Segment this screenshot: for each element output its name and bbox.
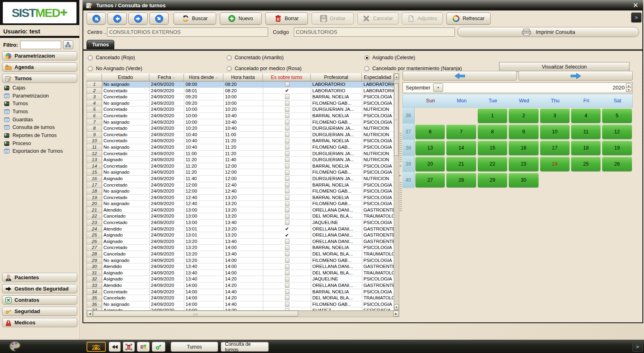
cell-es-sobre-turno[interactable]: [263, 94, 311, 100]
cell-es-sobre-turno[interactable]: [263, 295, 311, 301]
scroll-right-icon[interactable]: ▶: [393, 311, 399, 317]
calendar-day[interactable]: 9: [509, 125, 538, 139]
adjuntos-button[interactable]: Adjuntos: [402, 12, 443, 25]
tab-turnos[interactable]: Turnos: [87, 40, 114, 49]
month-dropdown-button[interactable]: ▼: [433, 83, 443, 92]
cell-es-sobre-turno[interactable]: [263, 220, 311, 226]
splitter-handle[interactable]: [400, 182, 402, 211]
cell-es-sobre-turno[interactable]: ✔: [263, 88, 311, 94]
cell-es-sobre-turno[interactable]: [263, 264, 311, 270]
calendar-day[interactable]: 15: [478, 141, 507, 155]
calendar-day[interactable]: 25: [571, 157, 601, 171]
table-row[interactable]: 1No asignado24/09/202008:0008:20LABORATO…: [87, 81, 394, 88]
sidebar-item-contratos[interactable]: Contratos: [2, 295, 77, 305]
table-row[interactable]: 21Atendido24/09/202013:0013:20ORELLANA D…: [87, 207, 394, 214]
calendar-prev-button[interactable]: [402, 71, 517, 81]
calendar-day[interactable]: 20: [415, 157, 445, 171]
table-row[interactable]: 29No asignado24/09/202013:2014:00FILOMEN…: [87, 257, 394, 264]
bottom-panel-toggle-button[interactable]: >: [632, 342, 643, 352]
table-row[interactable]: 37Asignado24/09/202014:0014:20SUAREZ...E…: [87, 307, 394, 310]
cell-es-sobre-turno[interactable]: [263, 289, 311, 295]
sidebar-item-exportacion-de-turnos[interactable]: Exportacion de Turnos: [2, 147, 79, 156]
calendar-day[interactable]: 13: [415, 141, 445, 155]
sidebar-item-medicos[interactable]: Medicos: [2, 318, 77, 327]
scroll-down-icon[interactable]: ▼: [394, 304, 399, 310]
cell-es-sobre-turno[interactable]: [263, 301, 311, 308]
calendar-day[interactable]: 12: [602, 125, 632, 139]
table-vertical-scrollbar[interactable]: ▲ ≡ ▼: [394, 73, 399, 310]
cancelar-button[interactable]: Cancelar: [357, 12, 398, 25]
filter-radio-no-asignado-verde[interactable]: No Asignado (Verde): [88, 65, 142, 72]
security-button[interactable]: [152, 342, 165, 352]
table-row[interactable]: 6Concretado24/09/202010:0010:40BARRAL NO…: [87, 113, 394, 119]
table-row[interactable]: 20No asignado24/09/202012:4013:20FILOMEN…: [87, 201, 394, 207]
sidebar-item-agenda[interactable]: Agenda: [2, 62, 77, 72]
table-row[interactable]: 25Asignado24/09/202013:0113:20✔ORELLANA …: [87, 232, 394, 239]
cell-es-sobre-turno[interactable]: [263, 182, 311, 189]
splitter-collapse-icon[interactable]: ◂: [399, 164, 401, 168]
calendar-day[interactable]: 2: [509, 108, 538, 123]
table-row[interactable]: 27Concretado24/09/202013:2014:00BARRAL N…: [87, 245, 394, 251]
calendar-day[interactable]: 7: [446, 125, 476, 139]
refrescar-button[interactable]: Refrescar: [446, 12, 491, 25]
cell-es-sobre-turno[interactable]: [263, 176, 311, 182]
table-row[interactable]: 5Concretado24/09/202010:0010:20DURGUERIA…: [87, 106, 394, 113]
sidebar-section-turnos[interactable]: Turnos: [2, 74, 77, 83]
sidebar-item-pacientes[interactable]: Pacientes: [2, 273, 77, 282]
table-row[interactable]: 8Concretado24/09/202010:2010:40DURGUERIA…: [87, 125, 394, 132]
table-row[interactable]: 10Concretado24/09/202010:4011:20BARRAL N…: [87, 138, 394, 144]
codigo-input[interactable]: [294, 27, 455, 37]
table-row[interactable]: 15No asignado24/09/202011:2012:00FILOMEN…: [87, 169, 394, 176]
buscar-button[interactable]: Buscar: [173, 12, 216, 25]
column-header-es-sobre-turno[interactable]: Es sobre turno: [263, 73, 311, 81]
taskbar-tab-turnos[interactable]: Turnos: [171, 342, 218, 352]
table-row[interactable]: 22Cancelado24/09/202013:0013:20DEL MORAL…: [87, 213, 394, 220]
table-row[interactable]: 35Cancelado24/09/202014:0014:20DEL MORAL…: [87, 295, 394, 301]
cell-es-sobre-turno[interactable]: [263, 251, 311, 257]
horizontal-scroll-thumb[interactable]: ||||: [93, 311, 298, 317]
cell-es-sobre-turno[interactable]: [263, 307, 311, 310]
cell-es-sobre-turno[interactable]: [263, 188, 311, 195]
cell-es-sobre-turno[interactable]: [263, 113, 311, 119]
nav-previous-button[interactable]: [107, 12, 127, 25]
filter-radio-asignado-celeste[interactable]: Asignado (Celeste): [364, 54, 415, 61]
calendar-day[interactable]: 21: [446, 157, 476, 171]
calendar-day[interactable]: 22: [478, 157, 507, 171]
table-row[interactable]: 14Concretado24/09/202011:2012:00BARRAL N…: [87, 163, 394, 170]
calendar-day[interactable]: 6: [415, 125, 445, 139]
calendar-day[interactable]: 10: [540, 125, 570, 139]
calendar-next-button[interactable]: [518, 71, 633, 81]
table-horizontal-scrollbar[interactable]: ◀ |||| ▶: [87, 310, 399, 317]
sidebar-item-turnos[interactable]: Turnos: [2, 100, 79, 108]
calendar-day[interactable]: 16: [509, 141, 538, 155]
sidebar-item-guardias[interactable]: Guardias: [2, 116, 79, 124]
cell-es-sobre-turno[interactable]: [263, 195, 311, 201]
calendar-day[interactable]: 28: [446, 173, 476, 187]
cell-es-sobre-turno[interactable]: [263, 245, 311, 251]
table-row[interactable]: 30Atendido24/09/202013:4014:00ORELLANA D…: [87, 264, 394, 270]
sidebar-item-parametrizacion[interactable]: Parametrizacion: [2, 51, 77, 60]
table-row[interactable]: 19Concretado24/09/202012:4013:20BARRAL N…: [87, 195, 394, 201]
year-down-icon[interactable]: ▼: [626, 87, 632, 92]
cell-es-sobre-turno[interactable]: [263, 144, 311, 151]
table-row[interactable]: 32Asignado24/09/202013:4014:20JAQUELINEP…: [87, 276, 394, 282]
nav-first-button[interactable]: [87, 12, 106, 25]
sidebar-item-gestion-de-seguridad[interactable]: Gestion de Seguridad: [2, 284, 77, 293]
calendar-day[interactable]: 1: [478, 108, 507, 123]
sidebar-item-reportes-de-turnos[interactable]: Reportes de Turnos: [2, 131, 79, 139]
scroll-up-icon[interactable]: ▲: [394, 74, 399, 79]
column-header-estado[interactable]: Estado: [102, 73, 149, 81]
cell-es-sobre-turno[interactable]: [263, 207, 311, 214]
calendar-day[interactable]: 8: [478, 125, 507, 139]
table-row[interactable]: 17Concretado24/09/202012:0012:40BARRAL N…: [87, 182, 394, 189]
cell-es-sobre-turno[interactable]: [263, 132, 311, 138]
column-header-hora-hasta[interactable]: Hora hasta: [223, 73, 263, 81]
table-row[interactable]: 28Cancelado24/09/202013:2013:40DEL MORAL…: [87, 251, 394, 257]
windows-button[interactable]: [137, 342, 150, 352]
calendar-day[interactable]: 3: [540, 108, 570, 123]
close-icon[interactable]: ✕: [631, 1, 640, 10]
cell-es-sobre-turno[interactable]: [263, 239, 311, 245]
cell-es-sobre-turno[interactable]: [263, 213, 311, 220]
centro-input[interactable]: [107, 27, 268, 37]
visualizar-seleccion-button[interactable]: Visualizar Seleccion: [499, 62, 630, 72]
